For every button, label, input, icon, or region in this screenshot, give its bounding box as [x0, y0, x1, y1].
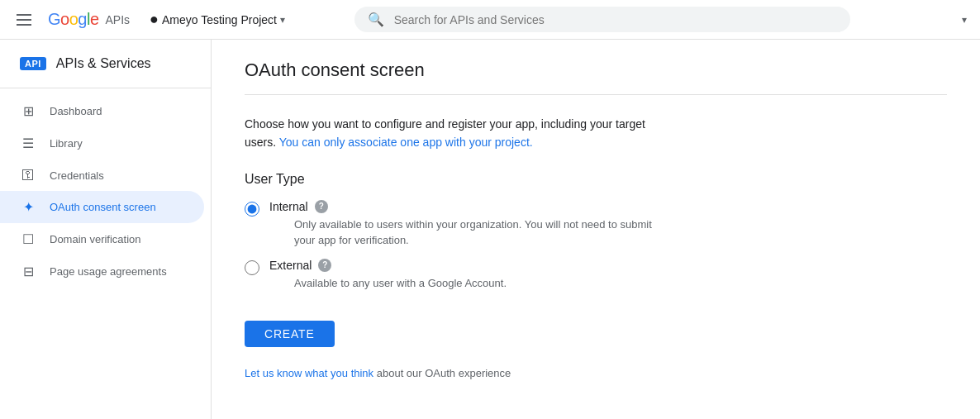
feedback-section: Let us know what you think about our OAu… [245, 367, 947, 379]
create-button[interactable]: CREATE [245, 321, 335, 347]
sidebar-item-page-usage[interactable]: ⊟ Page usage agreements [0, 255, 204, 288]
sidebar-item-label-domain: Domain verification [50, 233, 141, 245]
sidebar-item-label-library: Library [50, 137, 83, 150]
search-input[interactable] [394, 13, 837, 26]
domain-icon: ☐ [20, 231, 36, 247]
google-apis-logo: Google APIs [48, 10, 130, 29]
hamburger-menu-icon[interactable] [13, 11, 35, 29]
search-icon: 🔍 [368, 12, 384, 27]
credentials-icon: ⚿ [20, 168, 36, 183]
radio-label-internal[interactable]: Internal ? [269, 200, 674, 213]
sidebar-item-label-dashboard: Dashboard [50, 105, 102, 117]
project-dropdown-arrow: ▾ [280, 14, 285, 26]
sidebar-item-library[interactable]: ☰ Library [0, 127, 204, 160]
page-title: OAuth consent screen [245, 60, 947, 95]
apis-label: APIs [106, 13, 131, 26]
logo-letter-o2: o [69, 10, 78, 28]
api-badge: API [20, 57, 46, 70]
project-selector[interactable]: ● Ameyo Testing Project ▾ [143, 7, 292, 31]
sidebar-header: API APIs & Services [0, 46, 211, 84]
radio-option-internal: Internal ? Only available to users withi… [245, 200, 947, 249]
user-type-section-title: User Type [245, 172, 947, 187]
logo-letter-e: e [90, 10, 99, 28]
page-usage-icon: ⊟ [20, 264, 36, 279]
project-dot-icon: ● [150, 11, 159, 28]
sidebar-item-domain-verification[interactable]: ☐ Domain verification [0, 223, 204, 255]
sidebar-item-label-credentials: Credentials [50, 169, 104, 182]
project-name: Ameyo Testing Project [162, 13, 277, 26]
external-description: Available to any user with a Google Acco… [294, 275, 507, 292]
library-icon: ☰ [20, 136, 36, 151]
radio-internal-text: Internal [269, 200, 308, 213]
topbar-left: Google APIs ● Ameyo Testing Project ▾ [13, 7, 292, 31]
sidebar-item-label-oauth: OAuth consent screen [50, 201, 156, 213]
description-link[interactable]: You can only associate one app with your… [279, 136, 533, 149]
sidebar-divider [0, 88, 211, 88]
logo-letter-g2: g [78, 10, 87, 28]
sidebar-item-label-page-usage: Page usage agreements [50, 265, 167, 278]
sidebar-item-dashboard[interactable]: ⊞ Dashboard [0, 95, 204, 127]
radio-label-external[interactable]: External ? [269, 259, 507, 272]
app-layout: API APIs & Services ⊞ Dashboard ☰ Librar… [0, 40, 980, 419]
logo-letter-o1: o [60, 10, 69, 28]
search-bar[interactable]: 🔍 [354, 7, 850, 32]
topbar-right: ▾ [962, 14, 967, 26]
external-help-icon[interactable]: ? [318, 259, 331, 272]
sidebar-title: APIs & Services [56, 56, 151, 71]
sidebar-item-credentials[interactable]: ⚿ Credentials [0, 160, 204, 191]
dashboard-icon: ⊞ [20, 103, 36, 119]
radio-external[interactable] [245, 260, 259, 275]
sidebar-item-oauth-consent[interactable]: ✦ OAuth consent screen [0, 191, 204, 223]
description: Choose how you want to configure and reg… [245, 115, 674, 152]
feedback-link[interactable]: Let us know what you think [245, 367, 373, 379]
internal-description: Only available to users within your orga… [294, 217, 674, 249]
sidebar: API APIs & Services ⊞ Dashboard ☰ Librar… [0, 40, 212, 419]
internal-help-icon[interactable]: ? [315, 200, 328, 213]
logo-letter-g: G [48, 10, 60, 28]
topbar-dropdown-arrow[interactable]: ▾ [962, 14, 967, 26]
radio-internal[interactable] [245, 202, 259, 217]
main-content: OAuth consent screen Choose how you want… [212, 40, 980, 419]
topbar: Google APIs ● Ameyo Testing Project ▾ 🔍 … [0, 0, 980, 40]
feedback-suffix: about our OAuth experience [373, 367, 511, 379]
radio-option-external: External ? Available to any user with a … [245, 259, 947, 292]
oauth-icon: ✦ [20, 199, 36, 215]
radio-external-text: External [269, 259, 312, 272]
